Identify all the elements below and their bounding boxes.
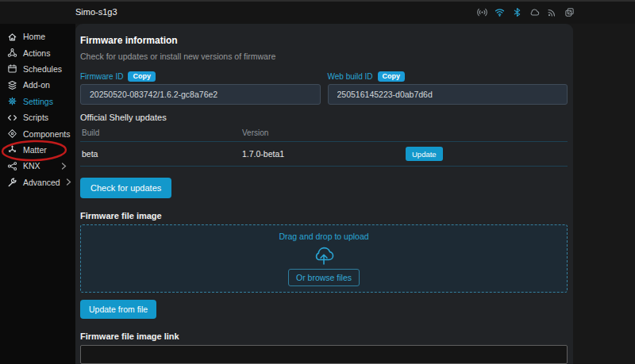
sidebar-item-home[interactable]: Home xyxy=(0,29,75,44)
chevron-right-icon xyxy=(66,178,71,186)
status-icons xyxy=(476,6,575,17)
firmware-id-field-group: Firmware ID Copy xyxy=(80,71,321,105)
firmware-link-input[interactable] xyxy=(80,345,568,364)
chevron-right-icon xyxy=(61,163,67,170)
sidebar-item-label: Actions xyxy=(23,48,50,58)
web-build-id-label: Web build ID xyxy=(328,72,373,81)
copy-firmware-id-button[interactable]: Copy xyxy=(128,71,156,82)
sidebar-item-knx[interactable]: KNX xyxy=(0,158,75,174)
sidebar: Home Actions Schedules xyxy=(0,24,75,364)
home-icon xyxy=(7,32,17,42)
cloud-upload-icon xyxy=(310,244,337,266)
sidebar-item-label: KNX xyxy=(23,161,40,171)
dropzone-text: Drag and drop to upload xyxy=(279,232,368,241)
mqtt-icon xyxy=(546,6,557,17)
update-from-file-button[interactable]: Update from file xyxy=(80,300,156,319)
topbar: Simo-s1g3 xyxy=(0,0,635,24)
updates-table-header: Build Version xyxy=(80,127,568,142)
web-build-id-field-group: Web build ID Copy xyxy=(328,71,568,105)
page-subtitle: Check for updates or install new version… xyxy=(80,52,568,61)
sidebar-item-components[interactable]: Components xyxy=(0,125,75,141)
gear-icon xyxy=(7,96,17,106)
check-for-updates-button[interactable]: Check for updates xyxy=(80,178,171,198)
firmware-panel: Firmware information Check for updates o… xyxy=(75,24,573,364)
wrench-icon xyxy=(7,177,17,187)
update-beta-button[interactable]: Update xyxy=(406,147,443,161)
components-icon xyxy=(7,128,17,139)
sidebar-item-label: Schedules xyxy=(23,64,62,74)
table-row: beta 1.7.0-beta1 Update xyxy=(80,142,568,167)
firmware-id-label: Firmware ID xyxy=(80,72,123,81)
firmware-id-input[interactable] xyxy=(80,84,321,105)
sidebar-item-label: Components xyxy=(23,129,71,139)
browse-files-button[interactable]: Or browse files xyxy=(288,269,360,286)
hand-icon xyxy=(564,6,575,17)
matter-icon xyxy=(7,144,17,155)
page: Simo-s1g3 xyxy=(0,0,635,364)
sidebar-item-scripts[interactable]: Scripts xyxy=(0,109,75,125)
sidebar-item-matter[interactable]: Matter xyxy=(0,142,75,158)
sidebar-item-settings[interactable]: Settings xyxy=(0,94,75,109)
sidebar-item-addon[interactable]: Add-on xyxy=(0,77,75,93)
column-header-version: Version xyxy=(242,128,406,137)
sidebar-item-label: Settings xyxy=(23,97,53,106)
sidebar-item-schedules[interactable]: Schedules xyxy=(0,61,75,77)
column-header-build: Build xyxy=(82,128,242,137)
sidebar-item-label: Home xyxy=(23,32,45,41)
copy-web-build-id-button[interactable]: Copy xyxy=(378,71,406,82)
sidebar-item-label: Scripts xyxy=(23,113,48,122)
bluetooth-icon xyxy=(511,6,522,17)
sidebar-item-advanced[interactable]: Advanced xyxy=(0,174,75,190)
sidebar-item-label: Add-on xyxy=(23,80,50,90)
cloud-icon xyxy=(529,6,540,17)
wifi-icon xyxy=(494,6,505,17)
sidebar-item-label: Advanced xyxy=(23,178,60,187)
topbar-accent-strip xyxy=(0,0,635,2)
link-upload-title: Firmware file image link xyxy=(80,331,568,341)
page-title: Firmware information xyxy=(80,35,568,46)
code-icon xyxy=(7,113,17,123)
build-cell: beta xyxy=(82,149,242,159)
updates-section-title: Official Shelly updates xyxy=(80,113,568,122)
knx-nodes-icon xyxy=(7,161,17,171)
actions-icon xyxy=(7,48,17,58)
sidebar-item-label: Matter xyxy=(23,145,47,155)
web-build-id-input[interactable] xyxy=(328,84,568,105)
sidebar-item-actions[interactable]: Actions xyxy=(0,44,75,60)
file-upload-title: Firmware file image xyxy=(80,211,568,220)
access-point-icon xyxy=(476,6,487,17)
layers-icon xyxy=(7,80,17,90)
device-name: Simo-s1g3 xyxy=(75,7,117,17)
id-fields: Firmware ID Copy Web build ID Copy xyxy=(80,71,568,105)
firmware-dropzone[interactable]: Drag and drop to upload Or browse files xyxy=(80,224,568,293)
version-cell: 1.7.0-beta1 xyxy=(242,149,406,159)
calendar-icon xyxy=(7,63,17,74)
